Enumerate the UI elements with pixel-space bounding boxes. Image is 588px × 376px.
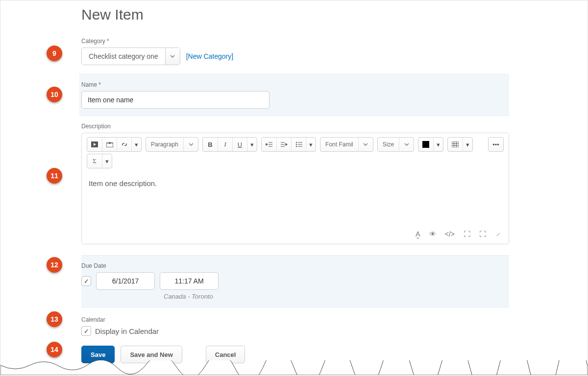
name-label: Name: [81, 81, 509, 88]
display-in-calendar-label: Display in Calendar: [95, 327, 159, 335]
display-in-calendar-row: ✓ Display in Calendar: [81, 326, 159, 336]
chevron-down-icon[interactable]: [165, 48, 180, 65]
chevron-down-icon: [399, 138, 414, 151]
equation-more-icon[interactable]: ▾: [102, 154, 112, 168]
category-selected-value: Checklist category one: [82, 48, 165, 65]
due-time-input[interactable]: [160, 272, 219, 290]
preview-icon[interactable]: ⛶: [464, 230, 470, 238]
table-button[interactable]: [448, 138, 463, 151]
resize-icon[interactable]: ⟋: [495, 230, 502, 238]
table-more-icon[interactable]: ▾: [463, 138, 472, 151]
category-label: Category: [81, 38, 509, 45]
underline-button[interactable]: U: [232, 138, 247, 151]
annotation-marker-9: 9: [47, 46, 62, 61]
format-group: B I U ▾: [202, 137, 257, 152]
outdent-button[interactable]: [262, 138, 276, 151]
due-date-row: ✓: [81, 272, 509, 290]
calendar-label: Calendar: [81, 316, 509, 323]
annotation-marker-10: 10: [47, 87, 62, 102]
form-content: New Item Category Checklist category one…: [81, 0, 509, 363]
media-group: ▾: [87, 137, 142, 152]
indent-button[interactable]: [276, 138, 291, 151]
video-icon[interactable]: [87, 138, 102, 151]
spellcheck-icon[interactable]: A̬: [416, 230, 420, 238]
description-section: Description ▾ Paragraph B I: [81, 123, 509, 244]
due-date-input[interactable]: [96, 272, 155, 290]
bullet-list-button[interactable]: [291, 138, 306, 151]
name-section: Name: [79, 74, 509, 116]
svg-rect-6: [452, 141, 459, 147]
bold-button[interactable]: B: [203, 138, 218, 151]
paragraph-label: Paragraph: [146, 138, 183, 151]
table-group: ▾: [447, 137, 473, 152]
fullscreen-icon[interactable]: ⛶: [479, 230, 486, 238]
list-group: ▾: [261, 137, 316, 152]
font-size-label: Size: [378, 138, 399, 151]
new-category-link[interactable]: [New Category]: [186, 52, 233, 60]
font-family-select[interactable]: Font Famil: [320, 137, 373, 152]
svg-point-5: [295, 146, 296, 147]
image-icon[interactable]: [102, 138, 117, 151]
rich-text-editor: ▾ Paragraph B I U ▾: [81, 133, 509, 244]
format-more-icon[interactable]: ▾: [247, 138, 257, 151]
accessibility-icon[interactable]: 👁: [429, 230, 436, 238]
chevron-down-icon: [358, 138, 373, 151]
chevron-down-icon: [183, 138, 198, 151]
rte-toolbar-row2: Σ ▾: [82, 154, 509, 173]
category-select[interactable]: Checklist category one: [81, 47, 180, 65]
color-swatch-button[interactable]: [418, 138, 433, 151]
description-label: Description: [81, 123, 509, 130]
annotation-marker-11: 11: [47, 168, 62, 184]
display-in-calendar-checkbox[interactable]: ✓: [81, 326, 91, 336]
paragraph-select[interactable]: Paragraph: [146, 137, 198, 152]
page-title: New Item: [81, 6, 509, 23]
more-icon: •••: [489, 138, 503, 151]
torn-edge-decoration: [0, 360, 588, 376]
link-icon[interactable]: [117, 138, 131, 151]
timezone-label: Canada - Toronto: [164, 293, 509, 300]
category-row: Checklist category one [New Category]: [81, 47, 509, 65]
equation-group: Σ ▾: [87, 154, 112, 168]
description-textarea[interactable]: Item one description.: [82, 173, 509, 227]
calendar-section: Calendar ✓ Display in Calendar: [81, 316, 509, 336]
media-more-icon[interactable]: ▾: [131, 138, 141, 151]
due-date-checkbox[interactable]: ✓: [81, 276, 91, 286]
annotation-marker-12: 12: [47, 257, 62, 273]
annotation-marker-14: 14: [47, 342, 62, 357]
annotation-marker-13: 13: [47, 311, 62, 327]
rte-footer-tools: A̬ 👁 </> ⛶ ⛶ ⟋: [82, 227, 509, 244]
svg-point-3: [295, 142, 296, 143]
svg-point-2: [109, 142, 111, 144]
rte-toolbar: ▾ Paragraph B I U ▾: [82, 133, 509, 154]
italic-button[interactable]: I: [218, 138, 232, 151]
color-group: ▾: [418, 137, 443, 152]
font-family-label: Font Famil: [320, 138, 358, 151]
equation-button[interactable]: Σ: [87, 154, 102, 168]
due-date-label: Due Date: [81, 262, 509, 269]
color-more-icon[interactable]: ▾: [433, 138, 443, 151]
svg-point-4: [295, 144, 296, 145]
page-container: New Item Category Checklist category one…: [0, 0, 588, 376]
name-input[interactable]: [81, 91, 270, 109]
more-tools-button[interactable]: •••: [488, 137, 504, 152]
font-size-select[interactable]: Size: [377, 137, 414, 152]
due-date-section: Due Date ✓ Canada - Toronto: [81, 255, 509, 307]
list-more-icon[interactable]: ▾: [306, 138, 316, 151]
html-source-icon[interactable]: </>: [445, 230, 455, 238]
